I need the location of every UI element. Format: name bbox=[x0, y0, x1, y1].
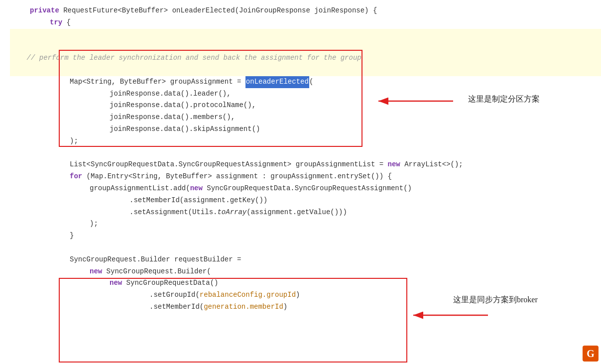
comment-leader-sync: // perform the leader synchronization an… bbox=[27, 54, 361, 62]
logo-icon: G bbox=[583, 346, 599, 362]
code-area: private RequestFuture<ByteBuffer> onLead… bbox=[0, 0, 601, 318]
code-line-19: SyncGroupRequest.Builder requestBuilder … bbox=[10, 254, 601, 266]
code-line-empty2 bbox=[10, 242, 601, 254]
code-line-15: .setAssignment(Utils. toArray (assignmen… bbox=[10, 207, 601, 219]
method-toArray: toArray bbox=[217, 207, 246, 219]
keyword-try: try bbox=[50, 17, 62, 29]
code-line-14: .setMemberId(assignment.getKey()) bbox=[10, 195, 601, 207]
code-line-9: ); bbox=[10, 135, 601, 147]
code-line-empty1 bbox=[10, 147, 601, 159]
code-line-16: ); bbox=[10, 218, 601, 230]
code-line-12: for (Map.Entry<String, ByteBuffer> assig… bbox=[10, 171, 601, 183]
code-line-7: joinResponse.data().members(), bbox=[10, 112, 601, 123]
code-line-20: new SyncGroupRequest.Builder( bbox=[10, 266, 601, 278]
code-line-17: } bbox=[10, 230, 601, 242]
code-line-11: List<SyncGroupRequestData.SyncGroupReque… bbox=[10, 159, 601, 171]
keyword-for: for bbox=[70, 171, 82, 183]
annotation-text-2: 这里是同步方案到broker bbox=[453, 293, 538, 306]
arrow-1 bbox=[373, 94, 463, 109]
highlight-onLeaderElected: onLeaderElected bbox=[245, 76, 309, 88]
param-memberId: generation.memberId bbox=[204, 301, 283, 313]
keyword-private: private bbox=[30, 5, 59, 17]
code-line-13: groupAssignmentList.add( new SyncGroupRe… bbox=[10, 183, 601, 195]
param-groupId: rebalanceConfig.groupId bbox=[200, 289, 296, 301]
code-line-1: private RequestFuture<ByteBuffer> onLead… bbox=[10, 5, 601, 17]
code-line-3: // perform the leader synchronization an… bbox=[10, 29, 601, 76]
arrow-2 bbox=[408, 308, 498, 323]
code-line-8: joinResponse.data().skipAssignment() bbox=[10, 123, 601, 135]
code-line-2: try { bbox=[10, 17, 601, 29]
code-line-4: Map<String, ByteBuffer> groupAssignment … bbox=[10, 76, 601, 88]
annotation-text-1: 这里是制定分区方案 bbox=[468, 92, 540, 106]
code-line-21: new SyncGroupRequestData() bbox=[10, 277, 601, 289]
